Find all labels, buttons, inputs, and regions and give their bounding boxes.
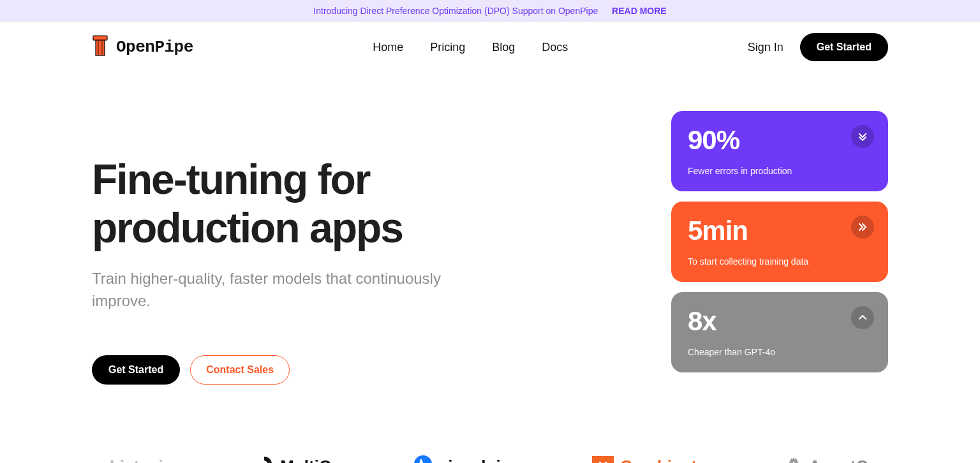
chevrons-down-icon bbox=[851, 125, 874, 148]
nav-get-started-button[interactable]: Get Started bbox=[800, 33, 888, 61]
stat-card-time: 5min To start collecting training data bbox=[671, 202, 888, 282]
logo-label: visualping bbox=[439, 457, 521, 463]
stat-caption: Cheaper than GPT-4o bbox=[688, 347, 872, 357]
logo-listening: Listening bbox=[92, 457, 184, 463]
triple-arc-icon bbox=[255, 455, 274, 463]
logo-combinator: Y Combinator bbox=[592, 456, 713, 463]
svg-rect-0 bbox=[93, 36, 107, 40]
logo-visualping: visualping bbox=[413, 455, 521, 463]
nav-link-docs[interactable]: Docs bbox=[542, 41, 568, 54]
nav-links: Home Pricing Blog Docs bbox=[373, 41, 568, 54]
brand-logo[interactable]: OpenPipe bbox=[92, 35, 193, 59]
nav-right: Sign In Get Started bbox=[748, 33, 888, 61]
logo-label: Listening bbox=[110, 457, 184, 463]
nav-link-home[interactable]: Home bbox=[373, 41, 403, 54]
chevrons-right-icon bbox=[851, 216, 874, 239]
stat-cards: 90% Fewer errors in production 5min To s… bbox=[671, 111, 888, 372]
stat-caption: To start collecting training data bbox=[688, 256, 872, 267]
stat-metric: 5min bbox=[688, 216, 872, 246]
dot-icon bbox=[92, 457, 103, 463]
hero-get-started-button[interactable]: Get Started bbox=[92, 355, 180, 385]
logo-label: MultiOn bbox=[280, 457, 342, 463]
announcement-text: Introducing Direct Preference Optimizati… bbox=[313, 6, 598, 16]
logo-label: Combinator bbox=[620, 457, 713, 463]
announcement-bar: Introducing Direct Preference Optimizati… bbox=[0, 0, 980, 22]
nav-link-pricing[interactable]: Pricing bbox=[430, 41, 465, 54]
stat-caption: Fewer errors in production bbox=[688, 166, 872, 176]
stat-card-errors: 90% Fewer errors in production bbox=[671, 111, 888, 191]
hero-section: Fine-tuning for production apps Train hi… bbox=[92, 111, 888, 385]
hero-title-line1: Fine-tuning for bbox=[92, 156, 370, 203]
contact-sales-button[interactable]: Contact Sales bbox=[190, 355, 290, 385]
stat-metric: 90% bbox=[688, 125, 872, 156]
weave-icon bbox=[785, 455, 803, 463]
stat-metric: 8x bbox=[688, 306, 872, 337]
stat-card-cost: 8x Cheaper than GPT-4o bbox=[671, 292, 888, 372]
signin-link[interactable]: Sign In bbox=[748, 41, 783, 54]
logo-label: AgentOps bbox=[809, 457, 888, 463]
top-nav: OpenPipe Home Pricing Blog Docs Sign In … bbox=[92, 22, 888, 73]
svg-rect-1 bbox=[96, 40, 105, 55]
pulse-icon bbox=[413, 455, 433, 463]
nav-link-blog[interactable]: Blog bbox=[492, 41, 515, 54]
brand-name: OpenPipe bbox=[116, 38, 193, 57]
hero-subtitle: Train higher-quality, faster models that… bbox=[92, 268, 449, 312]
pipe-icon bbox=[92, 35, 108, 59]
customer-logos: Listening MultiOn visualping Y bbox=[92, 455, 888, 463]
logo-multion: MultiOn bbox=[255, 455, 342, 463]
hero-left: Fine-tuning for production apps Train hi… bbox=[92, 111, 633, 385]
logo-agentops: AgentOps bbox=[785, 455, 888, 463]
hero-title-line2: production apps bbox=[92, 204, 403, 251]
hero-title: Fine-tuning for production apps bbox=[92, 156, 633, 253]
svg-point-5 bbox=[414, 455, 432, 463]
announcement-cta-link[interactable]: READ MORE bbox=[612, 6, 667, 16]
yc-icon: Y bbox=[592, 456, 614, 463]
hero-actions: Get Started Contact Sales bbox=[92, 355, 633, 385]
chevron-up-icon bbox=[851, 306, 874, 329]
